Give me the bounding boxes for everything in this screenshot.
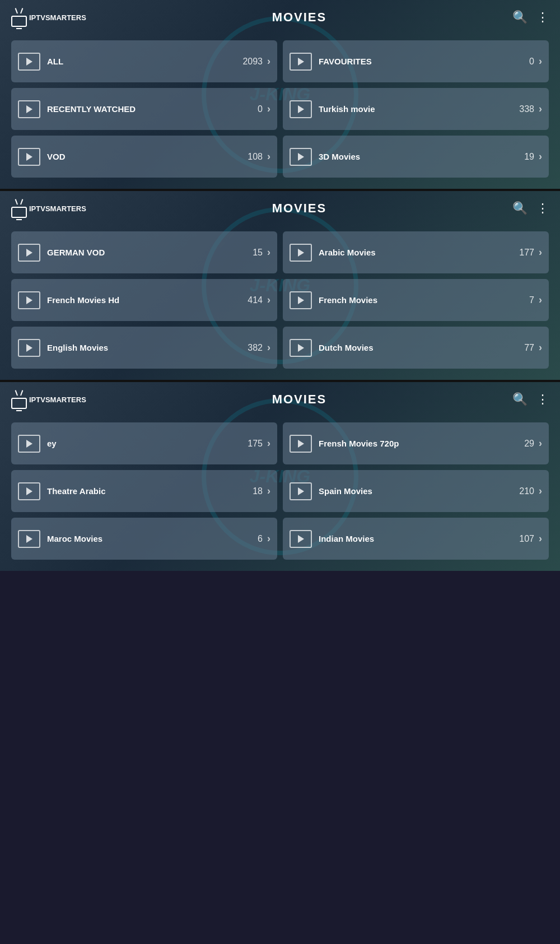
card-name-frensh: Frensh Movies 720p bbox=[319, 439, 399, 449]
card-name-favourites: FAVOURITES bbox=[319, 57, 372, 67]
tv-icon-2 bbox=[11, 207, 27, 218]
logo-iptv-3: IPTV bbox=[29, 396, 45, 404]
card-indian-movies[interactable]: Indian Movies 107 › bbox=[283, 518, 549, 560]
card-icon-french-hd bbox=[18, 291, 40, 309]
card-right-french-hd: 414 › bbox=[248, 294, 270, 306]
grid-1: ALL 2093 › FAVOURITES 0 › RECENTLY WATCH… bbox=[0, 35, 560, 183]
card-frensh-720p[interactable]: Frensh Movies 720p 29 › bbox=[283, 422, 549, 464]
antenna-left-3 bbox=[15, 390, 18, 396]
card-icon-recently bbox=[18, 100, 40, 118]
chevron-frensh: › bbox=[539, 438, 542, 449]
card-count-all: 2093 bbox=[242, 57, 263, 67]
card-english-movies[interactable]: English Movies 382 › bbox=[11, 327, 277, 369]
logo-icon-1 bbox=[11, 8, 27, 27]
card-count-indian: 107 bbox=[519, 534, 534, 544]
card-all[interactable]: ALL 2093 › bbox=[11, 40, 277, 82]
card-favourites[interactable]: FAVOURITES 0 › bbox=[283, 40, 549, 82]
card-icon-english bbox=[18, 339, 40, 357]
play-icon-theatre bbox=[26, 487, 32, 495]
chevron-maroc: › bbox=[267, 533, 270, 545]
chevron-spain: › bbox=[539, 485, 542, 497]
play-icon-english bbox=[26, 344, 32, 352]
search-icon-2[interactable]: 🔍 bbox=[512, 201, 528, 216]
card-name-maroc: Maroc Movies bbox=[47, 534, 102, 544]
card-name-french: French Movies bbox=[319, 295, 377, 305]
card-count-german: 15 bbox=[253, 248, 263, 258]
card-icon-turkish bbox=[290, 100, 312, 118]
chevron-english: › bbox=[267, 342, 270, 354]
card-theatre-arabic[interactable]: Theatre Arabic 18 › bbox=[11, 470, 277, 512]
chevron-3d: › bbox=[539, 151, 542, 162]
chevron-theatre: › bbox=[267, 485, 270, 497]
card-count-spain: 210 bbox=[519, 486, 534, 496]
chevron-french-hd: › bbox=[267, 294, 270, 306]
card-arabic-movies[interactable]: Arabic Movies 177 › bbox=[283, 231, 549, 273]
logo-smarters-1: SMARTERS bbox=[45, 13, 86, 22]
logo-icon-3 bbox=[11, 390, 27, 409]
header-1: IPTV SMARTERS MOVIES 🔍 ⋮ bbox=[0, 0, 560, 35]
chevron-key: › bbox=[267, 438, 270, 449]
card-icon-french bbox=[290, 291, 312, 309]
play-icon-german bbox=[26, 249, 32, 257]
antenna-left-1 bbox=[15, 8, 18, 13]
card-name-indian: Indian Movies bbox=[319, 534, 374, 544]
card-count-key: 175 bbox=[248, 439, 263, 449]
play-icon-vod bbox=[26, 153, 32, 161]
card-dutch-movies[interactable]: Dutch Movies 77 › bbox=[283, 327, 549, 369]
header-title-1: MOVIES bbox=[272, 10, 327, 25]
header-icons-1: 🔍 ⋮ bbox=[512, 10, 549, 25]
logo-text-2: IPTV SMARTERS bbox=[29, 204, 86, 213]
card-icon-dutch bbox=[290, 339, 312, 357]
card-turkish-movie[interactable]: Turkish movie 338 › bbox=[283, 88, 549, 130]
play-icon-favourites bbox=[298, 58, 304, 66]
card-vod[interactable]: VOD 108 › bbox=[11, 136, 277, 178]
card-icon-arabic bbox=[290, 244, 312, 262]
screen-2: J-KING IPTV SMARTERS MOVIES 🔍 ⋮ bbox=[0, 189, 560, 380]
chevron-turkish: › bbox=[539, 103, 542, 115]
card-right-recently: 0 › bbox=[258, 103, 270, 115]
card-key[interactable]: ey 175 › bbox=[11, 422, 277, 464]
play-icon-spain bbox=[298, 487, 304, 495]
card-count-turkish: 338 bbox=[519, 104, 534, 114]
card-recently-watched[interactable]: RECENTLY WATCHED 0 › bbox=[11, 88, 277, 130]
grid-3: ey 175 › Frensh Movies 720p 29 › Theatre… bbox=[0, 417, 560, 565]
card-french-hd[interactable]: French Movies Hd 414 › bbox=[11, 279, 277, 321]
card-name-theatre: Theatre Arabic bbox=[47, 486, 105, 496]
card-right-frensh: 29 › bbox=[524, 438, 542, 449]
chevron-arabic: › bbox=[539, 247, 542, 258]
card-count-dutch: 77 bbox=[524, 343, 534, 353]
menu-icon-1[interactable]: ⋮ bbox=[536, 10, 549, 25]
card-maroc-movies[interactable]: Maroc Movies 6 › bbox=[11, 518, 277, 560]
menu-icon-3[interactable]: ⋮ bbox=[536, 392, 549, 407]
card-name-turkish: Turkish movie bbox=[319, 104, 375, 114]
card-icon-maroc bbox=[18, 530, 40, 548]
play-icon-french bbox=[298, 296, 304, 304]
logo-smarters-3: SMARTERS bbox=[45, 396, 86, 404]
card-name-vod: VOD bbox=[47, 152, 66, 162]
card-french-movies[interactable]: French Movies 7 › bbox=[283, 279, 549, 321]
antenna-right-3 bbox=[20, 390, 23, 396]
play-icon-recently bbox=[26, 105, 32, 113]
card-right-spain: 210 › bbox=[519, 485, 542, 497]
card-count-arabic: 177 bbox=[519, 248, 534, 258]
card-german-vod[interactable]: GERMAN VOD 15 › bbox=[11, 231, 277, 273]
card-spain-movies[interactable]: Spain Movies 210 › bbox=[283, 470, 549, 512]
card-right-all: 2093 › bbox=[242, 55, 270, 67]
play-icon-arabic bbox=[298, 249, 304, 257]
logo-iptv-2: IPTV bbox=[29, 204, 45, 213]
card-count-vod: 108 bbox=[248, 152, 263, 162]
antenna-3 bbox=[17, 390, 21, 396]
card-3d-movies[interactable]: 3D Movies 19 › bbox=[283, 136, 549, 178]
play-icon-key bbox=[26, 440, 32, 448]
search-icon-3[interactable]: 🔍 bbox=[512, 392, 528, 407]
header-icons-3: 🔍 ⋮ bbox=[512, 392, 549, 407]
logo-3: IPTV SMARTERS bbox=[11, 390, 86, 409]
card-right-favourites: 0 › bbox=[529, 55, 542, 67]
antenna-1 bbox=[17, 8, 21, 13]
menu-icon-2[interactable]: ⋮ bbox=[536, 201, 549, 216]
grid-2: GERMAN VOD 15 › Arabic Movies 177 › Fren… bbox=[0, 226, 560, 374]
search-icon-1[interactable]: 🔍 bbox=[512, 10, 528, 25]
card-icon-favourites bbox=[290, 53, 312, 71]
card-name-all: ALL bbox=[47, 57, 63, 67]
header-icons-2: 🔍 ⋮ bbox=[512, 201, 549, 216]
